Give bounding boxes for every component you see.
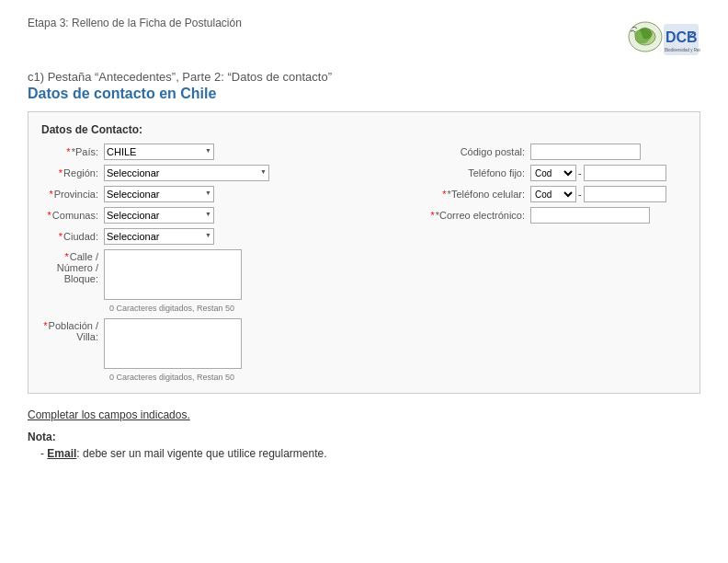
form-panel: Datos de Contacto: *País: CHILE Región: bbox=[28, 111, 700, 394]
region-select[interactable]: Seleccionar bbox=[104, 165, 269, 181]
cod-celular-select[interactable]: Cod bbox=[530, 186, 576, 202]
correo-input[interactable] bbox=[530, 207, 650, 224]
telefono-fijo-label: Teléfono fijo: bbox=[429, 167, 530, 178]
region-row: Región: Seleccionar bbox=[41, 165, 415, 181]
telefono-fijo-wrapper: Cod - bbox=[530, 165, 666, 181]
provincia-label: Provincia: bbox=[41, 189, 104, 200]
calle-char-count: 0 Caracteres digitados, Restan 50 bbox=[109, 304, 415, 313]
telefono-fijo-input[interactable] bbox=[584, 165, 666, 181]
pais-select-wrapper: CHILE bbox=[104, 144, 214, 160]
ciudad-row: Ciudad: Seleccionar bbox=[41, 228, 415, 245]
pais-label: *País: bbox=[41, 146, 104, 157]
header: Etapa 3: Relleno de la Ficha de Postulac… bbox=[28, 17, 700, 63]
telefono-celular-label: *Teléfono celular: bbox=[429, 189, 530, 200]
codigo-input[interactable] bbox=[530, 144, 641, 160]
cod-celular-dash: - bbox=[578, 189, 582, 200]
cod-fijo-dash: - bbox=[578, 167, 582, 178]
codigo-row: Código postal: bbox=[429, 144, 687, 160]
logo-area: DCB 2 Biodiversidad y Recursos bbox=[627, 17, 700, 63]
telefono-celular-wrapper: Cod - bbox=[530, 186, 666, 202]
ciudad-label: Ciudad: bbox=[41, 231, 104, 242]
ciudad-select-wrapper: Seleccionar bbox=[104, 228, 214, 245]
codigo-label: Código postal: bbox=[429, 146, 530, 157]
region-select-wrapper: Seleccionar bbox=[104, 165, 269, 181]
logo-icon: DCB 2 Biodiversidad y Recursos bbox=[627, 17, 700, 63]
note-section: Completar los campos indicados. Nota: - … bbox=[28, 408, 700, 460]
provincia-select-wrapper: Seleccionar bbox=[104, 186, 214, 202]
poblacion-textarea[interactable] bbox=[104, 318, 242, 369]
comunas-select[interactable]: Seleccionar bbox=[104, 207, 214, 224]
correo-row: *Correo electrónico: bbox=[429, 207, 687, 224]
poblacion-label: Población / Villa: bbox=[41, 318, 104, 342]
section-title: Datos de contacto en Chile bbox=[28, 86, 700, 102]
subtitle: c1) Pestaña “Antecedentes”, Parte 2: “Da… bbox=[28, 70, 700, 84]
poblacion-char-count: 0 Caracteres digitados, Restan 50 bbox=[109, 373, 415, 382]
calle-textarea[interactable] bbox=[104, 249, 242, 300]
provincia-row: Provincia: Seleccionar bbox=[41, 186, 415, 202]
page: Etapa 3: Relleno de la Ficha de Postulac… bbox=[0, 0, 728, 477]
note-item-text: : debe ser un mail vigente que utilice r… bbox=[76, 447, 326, 460]
calle-label: Calle / Número / Bloque: bbox=[41, 249, 104, 284]
comunas-label: Comunas: bbox=[41, 210, 104, 221]
poblacion-row: Población / Villa: bbox=[41, 318, 415, 369]
cod-fijo-select[interactable]: Cod bbox=[530, 165, 576, 181]
comunas-row: Comunas: Seleccionar bbox=[41, 207, 415, 224]
svg-text:2: 2 bbox=[689, 29, 694, 39]
ciudad-select[interactable]: Seleccionar bbox=[104, 228, 214, 245]
panel-header: Datos de Contacto: bbox=[41, 123, 687, 136]
complete-text: Completar los campos indicados. bbox=[28, 408, 700, 421]
provincia-select[interactable]: Seleccionar bbox=[104, 186, 214, 202]
region-label: Región: bbox=[41, 167, 104, 178]
telefono-fijo-row: Teléfono fijo: Cod - bbox=[429, 165, 687, 181]
note-item: - Email: debe ser un mail vigente que ut… bbox=[40, 447, 700, 460]
pais-row: *País: CHILE bbox=[41, 144, 415, 160]
telefono-celular-input[interactable] bbox=[584, 186, 666, 202]
note-item-email: Email bbox=[47, 447, 76, 460]
svg-text:Biodiversidad y Recursos: Biodiversidad y Recursos bbox=[665, 48, 700, 52]
calle-row: Calle / Número / Bloque: bbox=[41, 249, 415, 300]
left-column: *País: CHILE Región: Seleccionar bbox=[41, 144, 415, 382]
comunas-select-wrapper: Seleccionar bbox=[104, 207, 214, 224]
telefono-celular-row: *Teléfono celular: Cod - bbox=[429, 186, 687, 202]
correo-label: *Correo electrónico: bbox=[429, 210, 530, 221]
form-grid: *País: CHILE Región: Seleccionar bbox=[41, 144, 687, 382]
note-title: Nota: bbox=[28, 431, 700, 443]
right-column: Código postal: Teléfono fijo: Cod - bbox=[429, 144, 687, 382]
step-title: Etapa 3: Relleno de la Ficha de Postulac… bbox=[28, 17, 242, 29]
pais-select[interactable]: CHILE bbox=[104, 144, 214, 160]
